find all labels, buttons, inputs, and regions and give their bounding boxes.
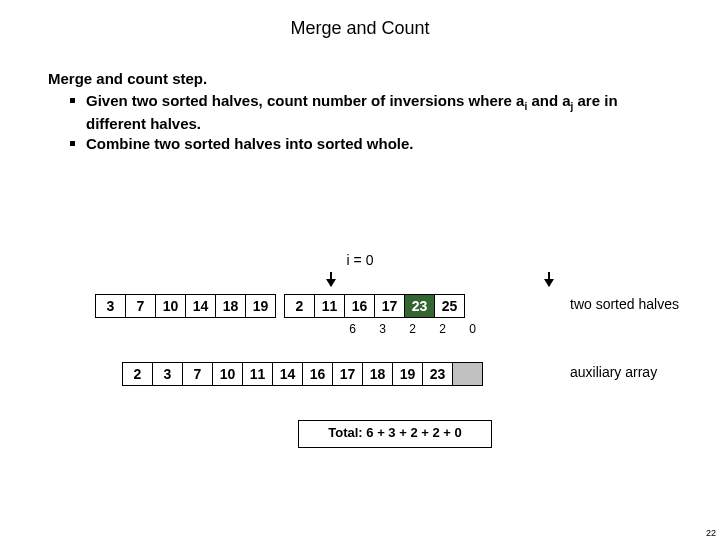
count-cell: 2 [397, 322, 428, 336]
aux-cell: 17 [332, 362, 363, 386]
label-auxiliary: auxiliary array [570, 364, 657, 380]
auxiliary-array-row: 2371011141617181923. [122, 362, 483, 386]
aux-cell: 14 [272, 362, 303, 386]
count-cell: 3 [367, 322, 398, 336]
halves-cell: 14 [185, 294, 216, 318]
aux-cell: 3 [152, 362, 183, 386]
bullet-2: Combine two sorted halves into sorted wh… [70, 134, 680, 154]
halves-cell: 10 [155, 294, 186, 318]
count-cell: 2 [427, 322, 458, 336]
halves-cell: 17 [374, 294, 405, 318]
halves-cell: 19 [245, 294, 276, 318]
total-box: Total: 6 + 3 + 2 + 2 + 0 [298, 420, 492, 448]
i-counter: i = 0 [0, 252, 720, 268]
body-text: Merge and count step. Given two sorted h… [0, 39, 720, 154]
aux-cell: 19 [392, 362, 423, 386]
aux-cell: 18 [362, 362, 393, 386]
page-number: 22 [706, 528, 716, 538]
halves-cell: 16 [344, 294, 375, 318]
halves-cell: 23 [404, 294, 435, 318]
aux-cell: 11 [242, 362, 273, 386]
aux-cell: 10 [212, 362, 243, 386]
slide-title: Merge and Count [0, 0, 720, 39]
halves-cell: 7 [125, 294, 156, 318]
halves-cell: 11 [314, 294, 345, 318]
count-cell: 0 [457, 322, 488, 336]
inversion-counts-row: 63220 [338, 322, 488, 336]
sorted-halves-row: 371014181921116172325 [95, 294, 465, 318]
label-sorted-halves: two sorted halves [570, 296, 679, 312]
aux-cell: 2 [122, 362, 153, 386]
arrow-left-pointer [330, 272, 332, 286]
count-cell: 6 [337, 322, 368, 336]
aux-cell: 7 [182, 362, 213, 386]
step-heading: Merge and count step. [48, 69, 680, 89]
halves-cell: 3 [95, 294, 126, 318]
bullet-1: Given two sorted halves, count number of… [70, 91, 680, 134]
arrow-right-pointer [548, 272, 550, 286]
halves-cell: 2 [284, 294, 315, 318]
bullet-list: Given two sorted halves, count number of… [48, 91, 680, 154]
aux-cell: 16 [302, 362, 333, 386]
aux-cell: 23 [422, 362, 453, 386]
bullet-1-text-a: Given two sorted halves, count number of… [86, 92, 524, 109]
aux-cell-empty: . [452, 362, 483, 386]
halves-cell: 18 [215, 294, 246, 318]
halves-cell: 25 [434, 294, 465, 318]
bullet-1-text-b: and a [527, 92, 570, 109]
